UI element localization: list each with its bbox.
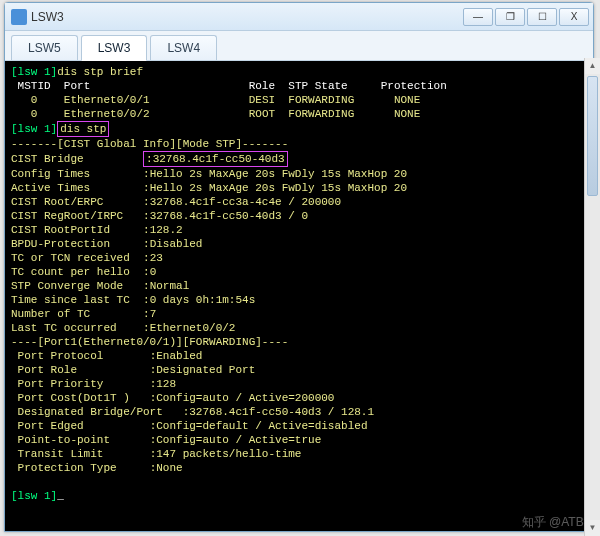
field-label: Last TC occurred — [11, 322, 117, 334]
app-window: LSW3 — ❐ ☐ X LSW5 LSW3 LSW4 [lsw 1]dis s… — [4, 2, 594, 532]
cursor: _ — [57, 490, 64, 502]
kv-line: Port Edged :Config=default / Active=disa… — [11, 420, 367, 432]
field-label: CIST Root/ERPC — [11, 196, 103, 208]
kv-line: Config Times :Hello 2s MaxAge 20s FwDly … — [11, 168, 407, 180]
minimize-button[interactable]: — — [463, 8, 493, 26]
field-label: TC or TCN received — [11, 252, 130, 264]
field-label: CIST RootPortId — [11, 224, 110, 236]
kv-line: Port Priority :128 — [11, 378, 176, 390]
field-label: Config Times — [11, 168, 90, 180]
tab-lsw4[interactable]: LSW4 — [150, 35, 217, 60]
section-header: -------[CIST Global Info][Mode STP]-----… — [11, 138, 288, 150]
field-label: Port Role — [11, 364, 77, 376]
field-value: :32768.4c1f-cc50-40d3 — [146, 153, 285, 165]
highlighted-bridge-id: :32768.4c1f-cc50-40d3 — [143, 151, 288, 167]
cell-prot: NONE — [394, 108, 420, 120]
field-label: TC count per hello — [11, 266, 130, 278]
field-label: Protection Type — [11, 462, 117, 474]
kv-line: Designated Bridge/Port :32768.4c1f-cc50-… — [11, 406, 374, 418]
field-value: :Normal — [143, 280, 189, 292]
field-value: :128 — [150, 378, 176, 390]
cell-state: FORWARDING — [288, 108, 354, 120]
scroll-up-icon[interactable]: ▲ — [585, 58, 600, 74]
prompt: [lsw 1] — [11, 66, 57, 78]
watermark: 知乎 @ATBf — [522, 515, 587, 529]
field-value: :None — [150, 462, 183, 474]
kv-line: Time since last TC :0 days 0h:1m:54s — [11, 294, 255, 306]
kv-line: Protection Type :None — [11, 462, 183, 474]
prompt: [lsw 1] — [11, 123, 57, 135]
window-title: LSW3 — [31, 10, 64, 24]
kv-line: CIST RegRoot/IRPC :32768.4c1f-cc50-40d3 … — [11, 210, 308, 222]
field-value: :0 — [143, 266, 156, 278]
highlighted-command: dis stp — [57, 121, 109, 137]
field-label: Port Edged — [11, 420, 84, 432]
field-label: Designated Bridge/Port — [11, 406, 163, 418]
cell-state: FORWARDING — [288, 94, 354, 106]
col-role: Role — [249, 80, 275, 92]
field-label: CIST RegRoot/IRPC — [11, 210, 123, 222]
vertical-scrollbar[interactable]: ▲ ▼ — [584, 58, 600, 536]
cell-port: Ethernet0/0/2 — [64, 108, 150, 120]
maximize-button[interactable]: ☐ — [527, 8, 557, 26]
field-label: Port Protocol — [11, 350, 103, 362]
kv-line: Port Role :Designated Port — [11, 364, 255, 376]
scroll-down-icon[interactable]: ▼ — [585, 520, 600, 536]
kv-line: TC or TCN received :23 — [11, 252, 163, 264]
field-value: :32768.4c1f-cc3a-4c4e / 200000 — [143, 196, 341, 208]
cell-port: Ethernet0/0/1 — [64, 94, 150, 106]
window-controls: — ❐ ☐ X — [463, 8, 589, 26]
kv-line: CIST Root/ERPC :32768.4c1f-cc3a-4c4e / 2… — [11, 196, 341, 208]
cell-prot: NONE — [394, 94, 420, 106]
kv-line: Number of TC :7 — [11, 308, 156, 320]
field-value: :23 — [143, 252, 163, 264]
field-label: Transit Limit — [11, 448, 103, 460]
field-value: :32768.4c1f-cc50-40d3 / 128.1 — [183, 406, 374, 418]
field-value: :32768.4c1f-cc50-40d3 / 0 — [143, 210, 308, 222]
kv-line: Port Cost(Dot1T ) :Config=auto / Active=… — [11, 392, 334, 404]
section-header: ----[Port1(Ethernet0/0/1)][FORWARDING]--… — [11, 336, 288, 348]
kv-line: Transit Limit :147 packets/hello-time — [11, 448, 301, 460]
field-value: :Designated Port — [150, 364, 256, 376]
field-value: :Hello 2s MaxAge 20s FwDly 15s MaxHop 20 — [143, 168, 407, 180]
tab-strip: LSW5 LSW3 LSW4 — [5, 31, 593, 61]
scroll-thumb[interactable] — [587, 76, 598, 196]
field-value: :147 packets/hello-time — [150, 448, 302, 460]
field-label: Port Cost(Dot1T ) — [11, 392, 130, 404]
col-mstid: MSTID — [18, 80, 51, 92]
field-label: BPDU-Protection — [11, 238, 110, 250]
tab-lsw5[interactable]: LSW5 — [11, 35, 78, 60]
field-value: :0 days 0h:1m:54s — [143, 294, 255, 306]
table-row — [11, 94, 31, 106]
field-value: :Config=default / Active=disabled — [150, 420, 368, 432]
field-value: :Hello 2s MaxAge 20s FwDly 15s MaxHop 20 — [143, 182, 407, 194]
field-value: :7 — [143, 308, 156, 320]
field-label: Port Priority — [11, 378, 103, 390]
kv-line: Point-to-point :Config=auto / Active=tru… — [11, 434, 321, 446]
field-label: Number of TC — [11, 308, 90, 320]
kv-line: BPDU-Protection :Disabled — [11, 238, 202, 250]
kv-line: Port Protocol :Enabled — [11, 350, 202, 362]
field-label: Time since last TC — [11, 294, 130, 306]
field-value: :Ethernet0/0/2 — [143, 322, 235, 334]
terminal-output[interactable]: [lsw 1]dis stp brief MSTID Port Role STP… — [5, 61, 593, 531]
command-text: dis stp brief — [57, 66, 143, 78]
cell-role: ROOT — [249, 108, 275, 120]
field-label: Active Times — [11, 182, 90, 194]
command-text: dis stp — [60, 123, 106, 135]
kv-line: CIST RootPortId :128.2 — [11, 224, 183, 236]
restore-button[interactable]: ❐ — [495, 8, 525, 26]
titlebar[interactable]: LSW3 — ❐ ☐ X — [5, 3, 593, 31]
field-value: :Config=auto / Active=200000 — [150, 392, 335, 404]
field-value: :Disabled — [143, 238, 202, 250]
col-state: STP State — [288, 80, 347, 92]
close-button[interactable]: X — [559, 8, 589, 26]
field-value: :Enabled — [150, 350, 203, 362]
field-value: :128.2 — [143, 224, 183, 236]
col-mstid — [11, 80, 18, 92]
field-value: :Config=auto / Active=true — [150, 434, 322, 446]
tab-lsw3[interactable]: LSW3 — [81, 35, 148, 61]
kv-line: Last TC occurred :Ethernet0/0/2 — [11, 322, 235, 334]
kv-line: Active Times :Hello 2s MaxAge 20s FwDly … — [11, 182, 407, 194]
col-protection: Protection — [381, 80, 447, 92]
